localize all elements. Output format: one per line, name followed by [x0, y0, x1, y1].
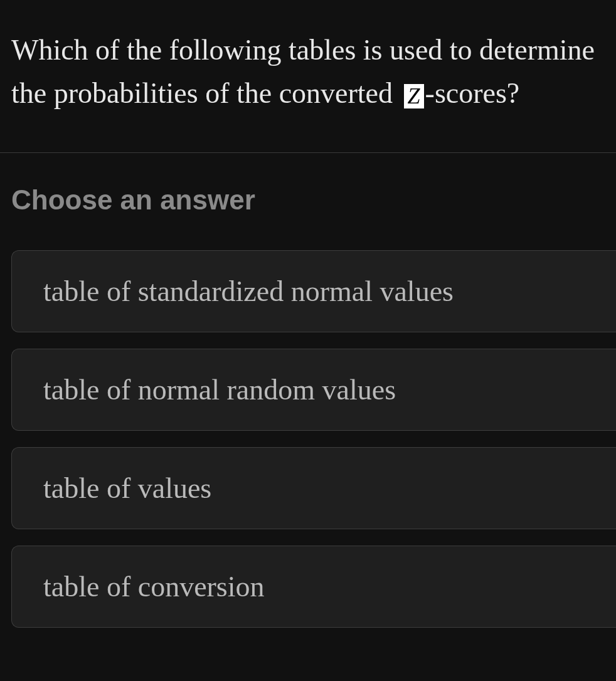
answer-option-text: table of normal random values [43, 374, 396, 406]
question-text-after: -scores? [425, 77, 520, 109]
answer-option-text: table of values [43, 472, 211, 504]
question-section: Which of the following tables is used to… [0, 0, 616, 153]
answer-option-2[interactable]: table of values [11, 447, 616, 529]
answer-option-text: table of conversion [43, 571, 265, 603]
question-text: Which of the following tables is used to… [11, 28, 605, 115]
answer-option-0[interactable]: table of standardized normal values [11, 250, 616, 332]
choose-answer-label: Choose an answer [11, 184, 616, 216]
answer-option-text: table of standardized normal values [43, 275, 454, 307]
answer-option-1[interactable]: table of normal random values [11, 349, 616, 431]
answer-section: Choose an answer table of standardized n… [0, 153, 616, 628]
answer-option-3[interactable]: table of conversion [11, 546, 616, 628]
z-badge: Z [404, 84, 424, 109]
